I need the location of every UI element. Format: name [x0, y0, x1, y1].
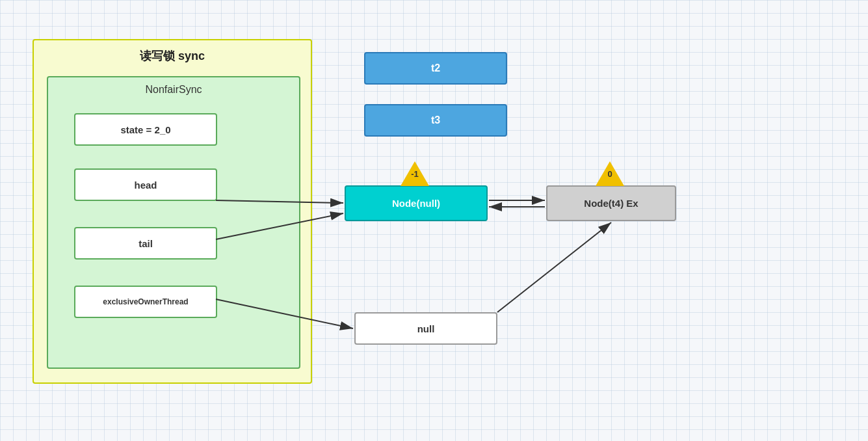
thread-t2-box: t2 [364, 52, 507, 85]
badge-node-t4-container: 0 [596, 161, 624, 186]
node-t4-box: Node(t4) Ex [546, 185, 676, 221]
field-exclusive-label: exclusiveOwnerThread [103, 297, 188, 306]
badge-node-t4-label: 0 [607, 169, 612, 179]
field-state: state = 2_0 [74, 113, 217, 146]
node-null-box: Node(null) [345, 185, 488, 221]
canvas: 读写锁 sync NonfairSync state = 2_0 head ta… [0, 0, 868, 441]
badge-node-null-container: -1 [401, 161, 429, 186]
arrow-null-to-node-t4 [497, 222, 611, 312]
thread-t2-label: t2 [431, 62, 440, 74]
node-t4-label: Node(t4) Ex [584, 198, 638, 209]
field-state-label: state = 2_0 [120, 124, 170, 135]
inner-box: NonfairSync state = 2_0 head tail exclus… [47, 76, 300, 369]
null-box: null [354, 312, 497, 345]
thread-t3-label: t3 [431, 114, 440, 126]
outer-box-title: 读写锁 sync [140, 48, 205, 64]
field-head-label: head [134, 180, 157, 191]
field-head: head [74, 168, 217, 201]
badge-node-null-label: -1 [411, 169, 419, 179]
thread-t3-box: t3 [364, 104, 507, 137]
inner-box-title: NonfairSync [145, 84, 202, 96]
field-exclusive: exclusiveOwnerThread [74, 286, 217, 318]
null-label: null [417, 323, 435, 334]
node-null-label: Node(null) [392, 198, 440, 209]
field-tail-label: tail [138, 238, 153, 249]
field-tail: tail [74, 227, 217, 260]
outer-box: 读写锁 sync NonfairSync state = 2_0 head ta… [33, 39, 312, 384]
